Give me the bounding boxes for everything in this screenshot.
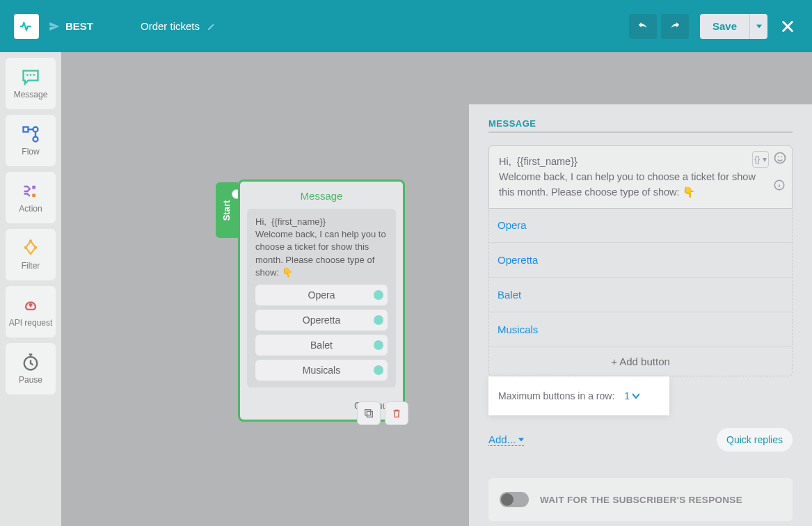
sidebar-item-pause[interactable]: Pause: [6, 343, 56, 394]
node-option-label: Musicals: [303, 365, 340, 376]
node-option[interactable]: Operetta: [255, 310, 388, 330]
action-icon: [20, 182, 41, 201]
info-icon[interactable]: [773, 179, 786, 191]
header-right: Save: [629, 14, 798, 39]
duplicate-button[interactable]: [357, 401, 381, 425]
delete-button[interactable]: [385, 401, 408, 425]
button-row[interactable]: Operetta: [489, 243, 792, 278]
node-port[interactable]: [374, 315, 383, 325]
lower-row: Add... Quick replies: [488, 428, 793, 452]
send-icon: [49, 21, 60, 32]
node-port[interactable]: [374, 365, 383, 375]
undo-icon: [637, 20, 649, 33]
breadcrumb-bot[interactable]: BEST: [49, 20, 93, 32]
undo-button[interactable]: [629, 14, 657, 39]
sidebar-item-label: Flow: [22, 147, 39, 157]
emoji-icon[interactable]: [773, 151, 787, 165]
svg-point-5: [29, 239, 33, 243]
node-port[interactable]: [374, 340, 383, 350]
svg-rect-3: [32, 186, 35, 189]
app-logo[interactable]: [14, 14, 39, 39]
sidebar-item-api[interactable]: API request: [6, 286, 56, 337]
max-buttons-select[interactable]: 1: [624, 390, 639, 401]
pulse-icon: [19, 19, 34, 34]
sidebar-item-label: Filter: [22, 261, 40, 271]
caret-down-icon: [518, 437, 524, 443]
sidebar-item-message[interactable]: Message: [6, 58, 56, 109]
svg-rect-9: [365, 410, 371, 415]
flow-title: Order tickets: [141, 20, 200, 32]
start-label: Start: [222, 200, 232, 221]
svg-point-11: [775, 153, 786, 164]
message-icon: [20, 67, 41, 87]
sidebar-item-action[interactable]: Action: [6, 172, 56, 223]
node-option-label: Balet: [310, 340, 333, 351]
bot-name: BEST: [65, 20, 93, 32]
node-option[interactable]: Opera: [255, 285, 388, 305]
redo-button[interactable]: [661, 14, 689, 39]
breadcrumb-flow[interactable]: Order tickets: [141, 20, 216, 32]
button-row[interactable]: Musicals: [489, 312, 792, 347]
save-dropdown[interactable]: [749, 14, 767, 39]
add-button-row[interactable]: + Add button: [489, 347, 792, 376]
panel-section-title: MESSAGE: [488, 115, 793, 133]
add-element-link[interactable]: Add...: [488, 433, 524, 446]
node-option[interactable]: Balet: [255, 335, 388, 356]
quick-replies-button[interactable]: Quick replies: [717, 428, 793, 452]
variable-insert-button[interactable]: {} ▾: [752, 151, 769, 168]
svg-point-12: [778, 157, 779, 158]
sidebar-item-flow[interactable]: Flow: [6, 115, 56, 166]
close-button[interactable]: [777, 16, 798, 37]
svg-point-13: [781, 157, 783, 158]
svg-point-2: [33, 137, 38, 142]
svg-point-1: [33, 127, 38, 132]
header-left: BEST Order tickets: [14, 14, 216, 39]
message-tools: {} ▾: [752, 151, 787, 168]
button-list: Opera Operetta Balet Musicals + Add butt…: [488, 208, 793, 376]
trash-icon: [391, 408, 402, 419]
max-buttons-value: 1: [624, 390, 630, 401]
save-button[interactable]: Save: [700, 14, 749, 39]
properties-panel: MESSAGE Hi, {{first_name}} Welcome back,…: [469, 104, 812, 526]
node-option-label: Operetta: [303, 314, 340, 326]
svg-rect-4: [32, 194, 35, 198]
node-option-label: Opera: [308, 289, 335, 301]
button-row[interactable]: Opera: [489, 208, 792, 243]
top-header: BEST Order tickets Save: [0, 0, 812, 52]
api-icon: [20, 296, 41, 315]
svg-rect-0: [24, 127, 29, 132]
sidebar-item-label: API request: [9, 318, 53, 328]
message-node[interactable]: Message Hi, {{first_name}} Welcome back,…: [238, 180, 405, 422]
node-title: Message: [240, 182, 403, 209]
node-option[interactable]: Musicals: [255, 360, 388, 381]
sidebar-item-filter[interactable]: Filter: [6, 229, 56, 280]
node-port[interactable]: [374, 290, 383, 300]
pause-icon: [20, 353, 41, 372]
wait-label: WAIT FOR THE SUBSCRIBER'S RESPONSE: [540, 495, 742, 505]
node-text: Hi, {{first_name}} Welcome back, I can h…: [255, 216, 388, 279]
copy-icon: [363, 408, 374, 419]
flow-icon: [20, 125, 41, 144]
flow-canvas[interactable]: Start Message Hi, {{first_name}} Welcome…: [61, 52, 812, 526]
max-buttons-label: Maximum buttons in a row:: [498, 390, 614, 401]
sidebar-item-label: Pause: [19, 375, 42, 385]
wait-toggle[interactable]: [500, 492, 529, 507]
add-element-label: Add...: [488, 433, 516, 445]
pencil-icon[interactable]: [207, 22, 216, 31]
left-sidebar: Message Flow Action Filter API request P…: [0, 52, 61, 526]
caret-down-icon: [756, 24, 762, 29]
chevron-down-icon: [632, 392, 639, 399]
svg-point-6: [24, 246, 28, 250]
node-actions: [357, 401, 408, 425]
message-textarea[interactable]: Hi, {{first_name}} Welcome back, I can h…: [488, 145, 793, 209]
svg-point-7: [34, 246, 38, 250]
close-icon: [780, 19, 795, 34]
redo-icon: [669, 20, 681, 33]
svg-rect-10: [367, 411, 372, 417]
filter-icon: [20, 239, 41, 258]
sidebar-item-label: Message: [14, 90, 48, 99]
max-buttons-row: Maximum buttons in a row: 1: [488, 376, 669, 415]
button-row[interactable]: Balet: [489, 278, 792, 312]
wait-response-box: WAIT FOR THE SUBSCRIBER'S RESPONSE: [488, 478, 793, 521]
sidebar-item-label: Action: [19, 204, 42, 214]
